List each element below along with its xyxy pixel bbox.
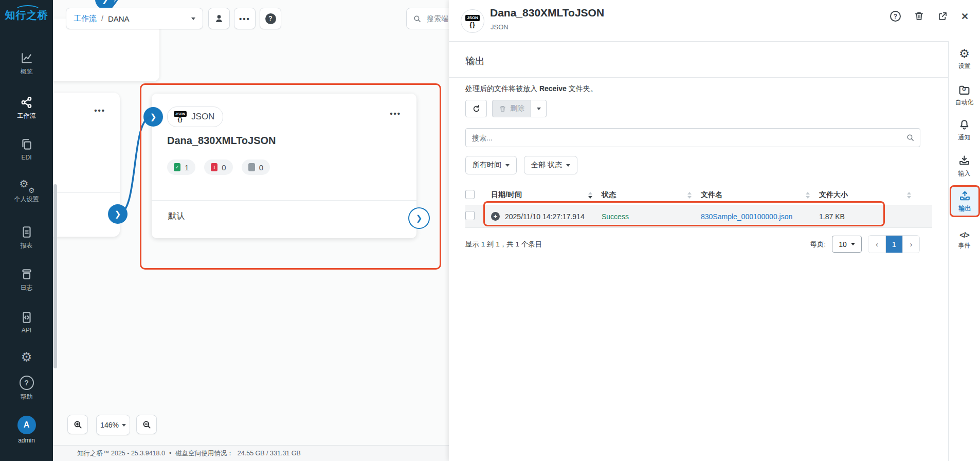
sort-icon[interactable] (907, 192, 911, 199)
panel-help-button[interactable]: ? (890, 11, 901, 22)
magnifier-plus-icon (73, 420, 83, 430)
more-options-button[interactable]: ••• (234, 8, 256, 29)
node-title: Dana_830XMLToJSON (167, 135, 276, 147)
node-menu-button[interactable]: ••• (94, 106, 105, 115)
search-icon (906, 133, 915, 142)
node-input-port[interactable]: ❯ (143, 107, 163, 127)
error-count-badge[interactable]: ! 0 (204, 159, 232, 175)
tab-settings[interactable]: ⚙ 设置 (949, 48, 980, 70)
sidebar-item-label: 报表 (21, 241, 33, 250)
open-in-new-button[interactable] (937, 11, 948, 22)
pending-count-badge[interactable]: 0 (242, 159, 270, 175)
canvas-scrollbar[interactable] (53, 184, 57, 368)
receive-folder-name: Receive (539, 84, 567, 93)
status-bar: 知行之桥™ 2025 - 25.3.9418.0 • 磁盘空间使用情况： 24.… (53, 445, 449, 461)
caret-down-icon (122, 424, 126, 429)
zoom-out-button[interactable] (136, 415, 157, 434)
canvas-search-box[interactable] (406, 8, 449, 29)
workflow-canvas[interactable]: ❯ ••• ❯ ❯ ••• JSON {} JSON Dana_830XMLTo… (53, 0, 449, 461)
breadcrumb-workflow-link[interactable]: 工作流 (74, 14, 97, 24)
success-count-badge[interactable]: ✓ 1 (167, 159, 195, 175)
panel-subtitle: JSON (491, 23, 509, 31)
sort-icon[interactable] (687, 192, 692, 199)
breadcrumb-current: DANA (108, 14, 130, 23)
table-header-row: 日期/时间 状态 文件名 文件大小 (465, 185, 932, 205)
tab-events[interactable]: </> 事件 (949, 230, 980, 250)
search-icon (413, 14, 422, 23)
column-header-status[interactable]: 状态 (602, 190, 701, 200)
column-header-datetime[interactable]: 日期/时间 (491, 190, 602, 200)
external-link-icon (937, 11, 948, 22)
folder-gear-icon: ⚙ (958, 83, 971, 96)
next-page-button[interactable]: › (902, 236, 919, 253)
tab-input[interactable]: 输入 (949, 154, 980, 178)
filter-row: 所有时间 全部 状态 (465, 156, 932, 174)
tab-automation[interactable]: ⚙ 自动化 (949, 83, 980, 107)
file-search-input[interactable] (465, 128, 920, 147)
tab-output-active[interactable]: 输出 (950, 185, 980, 217)
pagination-summary: 显示 1 到 1，共 1 个条目 (465, 240, 542, 249)
node-run-port[interactable]: ❯ (408, 207, 430, 229)
tab-notifications[interactable]: 通知 (949, 118, 980, 142)
caret-down-icon (191, 17, 195, 22)
sidebar-item-label: API (22, 327, 31, 334)
tab-label: 输出 (959, 204, 971, 213)
node-default-label: 默认 (168, 211, 185, 222)
sort-icon[interactable] (806, 192, 810, 199)
file-search-box[interactable] (465, 128, 920, 147)
row-datetime: 2025/11/10 14:27:17.914 (505, 212, 585, 221)
app-logo[interactable]: 知行之桥 (0, 8, 53, 22)
canvas-search-input[interactable] (426, 14, 449, 23)
panel-title: Dana_830XMLToJSON (490, 7, 604, 19)
per-page-select[interactable]: 10 (832, 236, 862, 253)
avatar: A (17, 416, 36, 434)
node-menu-button[interactable]: ••• (390, 109, 401, 118)
time-filter-dropdown[interactable]: 所有时间 (465, 156, 517, 174)
sort-icon[interactable] (588, 192, 592, 199)
row-checkbox[interactable] (465, 211, 475, 220)
sidebar-item-workflow[interactable]: 工作流 (0, 96, 53, 120)
zoom-in-button[interactable] (67, 415, 88, 434)
sidebar-item-overview[interactable]: 概览 (0, 51, 53, 76)
sidebar-item-reports[interactable]: 报表 (0, 225, 53, 250)
plain-file-icon (248, 163, 255, 171)
node-type-label: JSON (191, 112, 214, 122)
sidebar-item-label: 工作流 (17, 112, 36, 120)
node-divider (152, 200, 416, 201)
double-gear-icon: ⚙ ⚙ (20, 179, 34, 192)
column-header-filesize[interactable]: 文件大小 (819, 190, 920, 200)
zoom-level-dropdown[interactable]: 146% (96, 415, 130, 435)
file-link[interactable]: 830Sample_000100000.json (701, 212, 792, 221)
sidebar-item-logs[interactable]: 日志 (0, 268, 53, 292)
current-page-button[interactable]: 1 (885, 236, 902, 253)
prev-page-button[interactable]: ‹ (868, 236, 885, 253)
breadcrumb-separator: / (101, 14, 103, 23)
refresh-button[interactable] (465, 100, 487, 117)
help-button[interactable]: ? (260, 8, 281, 29)
close-panel-button[interactable]: ✕ (961, 12, 969, 21)
sidebar-user-admin[interactable]: A admin (0, 416, 53, 444)
sidebar-item-api[interactable]: API (0, 311, 53, 334)
delete-files-button[interactable]: 删除 (492, 100, 531, 117)
sidebar-item-label: EDI (21, 154, 31, 161)
version-text: 知行之桥™ 2025 - 25.3.9418.0 (77, 446, 165, 461)
status-filter-dropdown[interactable]: 全部 状态 (524, 156, 577, 174)
delete-dropdown-button[interactable] (531, 100, 547, 117)
table-row[interactable]: + 2025/11/10 14:27:17.914 Success 830Sam… (465, 205, 932, 228)
sidebar-item-edi[interactable]: EDI (0, 138, 53, 161)
input-tray-icon (958, 154, 971, 167)
breadcrumb[interactable]: 工作流 / DANA (66, 8, 203, 29)
panel-delete-button[interactable] (914, 11, 924, 22)
archive-box-icon (20, 268, 33, 281)
sidebar-item-personal-settings[interactable]: ⚙ ⚙ 个人设置 (0, 179, 53, 204)
sidebar-item-help[interactable]: ? 帮助 (0, 376, 53, 401)
user-profile-button[interactable] (208, 8, 230, 29)
trash-icon (914, 11, 924, 22)
node-card-json[interactable]: ❯ ••• JSON {} JSON Dana_830XMLToJSON ✓ 1… (152, 94, 416, 238)
sidebar-item-settings[interactable]: ⚙ (0, 351, 53, 363)
node-output-port[interactable]: ❯ (108, 204, 128, 224)
select-all-checkbox[interactable] (465, 190, 475, 199)
node-type-badge: JSON {} JSON (167, 107, 223, 127)
column-header-filename[interactable]: 文件名 (701, 190, 819, 200)
expand-row-icon[interactable]: + (491, 212, 500, 221)
